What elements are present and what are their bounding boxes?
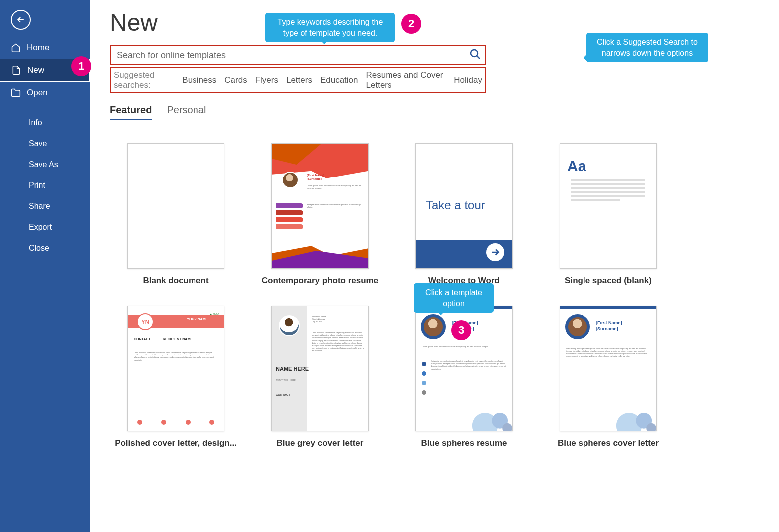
- sidebar: Home New Open Info Save Save As Print Sh…: [0, 0, 90, 532]
- folder-open-icon: [11, 88, 21, 98]
- sidebar-item-share[interactable]: Share: [0, 196, 90, 217]
- callout-template: Click a template option: [414, 283, 494, 313]
- annotation-badge-2: 2: [401, 14, 421, 34]
- main-content: New Suggested searches: Business Cards F…: [90, 0, 779, 532]
- template-thumb: Take a tour: [415, 143, 513, 269]
- home-icon: [11, 43, 21, 53]
- search-wrap: [110, 45, 486, 65]
- template-blank-document[interactable]: Blank document: [110, 143, 242, 286]
- template-thumb: NAME HERE JOB TITLE HERE CONTACT Recipie…: [271, 306, 369, 431]
- annotation-badge-1: 1: [71, 56, 91, 76]
- suggested-searches: Suggested searches: Business Cards Flyer…: [110, 67, 486, 93]
- sidebar-item-print[interactable]: Print: [0, 175, 90, 196]
- tab-featured[interactable]: Featured: [110, 104, 152, 120]
- suggested-letters[interactable]: Letters: [286, 75, 312, 85]
- template-label: Blue grey cover letter: [277, 438, 364, 448]
- document-icon: [11, 65, 21, 75]
- tab-personal[interactable]: Personal: [167, 104, 206, 120]
- sidebar-label: New: [27, 65, 44, 75]
- template-thumb: [First Name] [Surname] Lorem ipsum dolor…: [271, 143, 369, 269]
- arrow-left-icon: [16, 15, 26, 25]
- suggested-education[interactable]: Education: [320, 75, 358, 85]
- suggested-label: Suggested searches:: [114, 70, 174, 90]
- back-button[interactable]: [11, 10, 31, 30]
- template-blue-grey-cover-letter[interactable]: NAME HERE JOB TITLE HERE CONTACT Recipie…: [254, 306, 386, 448]
- sidebar-item-close[interactable]: Close: [0, 238, 90, 259]
- app-root: Home New Open Info Save Save As Print Sh…: [0, 0, 779, 532]
- annotation-badge-3: 3: [451, 320, 471, 340]
- sidebar-item-open[interactable]: Open: [0, 82, 90, 104]
- template-label: Blue spheres cover letter: [558, 438, 659, 448]
- suggested-cards[interactable]: Cards: [224, 75, 247, 85]
- template-single-spaced[interactable]: Aa Single spaced (blank): [542, 143, 674, 286]
- sidebar-item-save[interactable]: Save: [0, 133, 90, 154]
- template-label: Polished cover letter, design...: [115, 438, 237, 448]
- template-label: Blue spheres resume: [421, 438, 507, 448]
- template-polished-cover-letter[interactable]: YN YOUR NAME ▲ MOO CONTACT RECIPIENT NAM…: [110, 306, 242, 448]
- svg-point-0: [471, 50, 478, 57]
- suggested-holiday[interactable]: Holiday: [454, 75, 482, 85]
- sidebar-item-export[interactable]: Export: [0, 217, 90, 238]
- sidebar-item-info[interactable]: Info: [0, 112, 90, 133]
- template-thumb: YN YOUR NAME ▲ MOO CONTACT RECIPIENT NAM…: [127, 306, 224, 431]
- search-input[interactable]: [110, 45, 486, 65]
- sidebar-label: Open: [27, 88, 48, 98]
- divider: [11, 109, 79, 109]
- tabs: Featured Personal: [110, 104, 759, 120]
- template-thumb: Aa: [560, 143, 657, 269]
- callout-suggested: Click a Suggested Search to narrows down…: [586, 33, 708, 62]
- suggested-business[interactable]: Business: [182, 75, 216, 85]
- template-contemporary-resume[interactable]: [First Name] [Surname] Lorem ipsum dolor…: [254, 143, 386, 286]
- suggested-resumes[interactable]: Resumes and Cover Letters: [366, 70, 446, 90]
- template-welcome-to-word[interactable]: Take a tour Welcome to Word: [398, 143, 530, 286]
- template-label: Blank document: [143, 276, 208, 286]
- search-icon[interactable]: [469, 48, 481, 62]
- suggested-flyers[interactable]: Flyers: [255, 75, 278, 85]
- template-label: Single spaced (blank): [565, 276, 652, 286]
- page-title: New: [110, 9, 759, 36]
- arrow-right-icon: [486, 243, 504, 261]
- sidebar-label: Home: [27, 43, 49, 53]
- template-label: Contemporary photo resume: [262, 276, 378, 286]
- template-thumb: [First Name] [Surname] Dear hiring manag…: [560, 306, 657, 431]
- template-thumb: [127, 143, 224, 269]
- callout-search: Type keywords describing the type of tem…: [265, 13, 395, 42]
- sidebar-item-home[interactable]: Home: [0, 37, 90, 59]
- sidebar-item-saveas[interactable]: Save As: [0, 154, 90, 175]
- template-blue-spheres-cover-letter[interactable]: [First Name] [Surname] Dear hiring manag…: [542, 306, 674, 448]
